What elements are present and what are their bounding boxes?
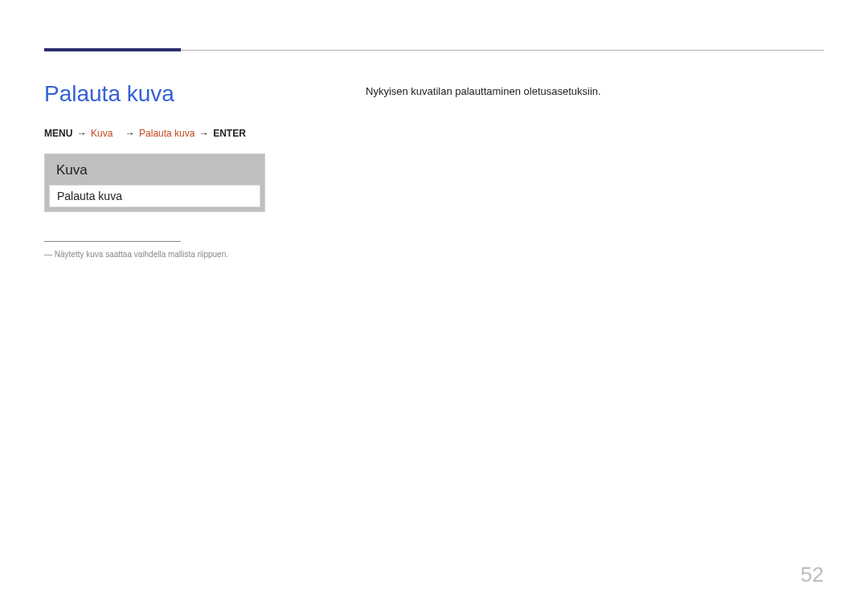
breadcrumb-kuva: Kuva: [91, 128, 113, 139]
accent-bar: [44, 48, 181, 51]
footnote-marker: ―: [44, 250, 52, 259]
breadcrumb-enter: ENTER: [213, 128, 246, 139]
menu-preview: Kuva Palauta kuva: [44, 153, 265, 212]
footnote: ― Näytetty kuva saattaa vaihdella mallis…: [44, 250, 309, 259]
page-heading: Palauta kuva: [44, 81, 309, 107]
breadcrumb: MENU → Kuva → Palauta kuva → ENTER: [44, 128, 309, 139]
description-text: Nykyisen kuvatilan palauttaminen oletusa…: [366, 81, 824, 97]
arrow-icon: →: [198, 128, 211, 139]
footnote-rule: [44, 241, 181, 242]
arrow-icon: →: [76, 128, 88, 139]
page-number: 52: [800, 562, 824, 587]
breadcrumb-menu: MENU: [44, 128, 72, 139]
menu-preview-item: Palauta kuva: [49, 185, 260, 207]
arrow-icon: →: [124, 128, 137, 139]
menu-preview-title: Kuva: [45, 154, 264, 185]
footnote-text: Näytetty kuva saattaa vaihdella mallista…: [55, 250, 228, 259]
breadcrumb-palauta: Palauta kuva: [139, 128, 194, 139]
horizontal-rule: [44, 50, 824, 51]
